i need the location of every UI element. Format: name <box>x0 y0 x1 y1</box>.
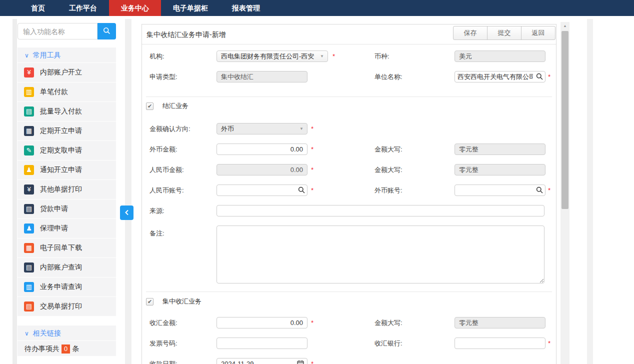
sidebar-item-batch-import-payment[interactable]: ▤批量导入付款 <box>18 102 116 121</box>
sidebar-item-label: 电子回单下载 <box>40 244 82 252</box>
currency-label: 币种: <box>374 50 390 62</box>
sidebar-item-fixed-withdraw-apply[interactable]: ✎定期支取申请 <box>18 141 116 160</box>
invoice-no-label: 发票号码: <box>150 338 178 349</box>
sidebar-item-notice-open-apply[interactable]: ♟通知开立申请 <box>18 160 116 180</box>
document-icon: ▥ <box>24 282 34 292</box>
yen-icon: ¥ <box>24 68 34 78</box>
required-asterisk: * <box>311 358 314 364</box>
rmb-account-input[interactable] <box>216 184 308 196</box>
magnifier-icon[interactable] <box>536 186 543 196</box>
sidebar-item-label: 通知开立申请 <box>40 166 82 174</box>
sidebar-item-fixed-deposit-open[interactable]: ▦定期开立申请 <box>18 122 116 140</box>
sidebar-item-label: 保理申请 <box>40 224 68 233</box>
unit-name-input[interactable] <box>454 71 546 82</box>
back-button[interactable]: 返回 <box>521 26 556 40</box>
collect-amount-input[interactable] <box>216 317 308 328</box>
search-button[interactable] <box>98 23 116 40</box>
rmb-amount-label: 人民币金额: <box>150 164 184 176</box>
sidebar-item-label: 单笔付款 <box>40 88 68 96</box>
app-type-label: 申请类型: <box>150 71 178 82</box>
nav-tab-edoc-cabinet[interactable]: 电子单据柜 <box>161 0 220 16</box>
sidebar-item-label: 贷款申请 <box>40 204 68 214</box>
source-label: 来源: <box>150 205 164 216</box>
org-select-value: 西电集团财务有限责任公司-西安 <box>221 52 314 60</box>
scroll-up-arrow[interactable]: ▲ <box>560 22 570 30</box>
pencil-icon: ✎ <box>24 146 34 156</box>
required-asterisk: * <box>311 123 314 134</box>
sidebar-item-label: 定期开立申请 <box>40 126 82 136</box>
yen-icon: ¥ <box>24 184 34 194</box>
todo-count-row[interactable]: 待办事项共0条 <box>18 341 116 356</box>
list-icon: ▤ <box>24 204 34 214</box>
collect-section-label: 集中收汇业务 <box>162 297 202 306</box>
foreign-amount-words-field <box>454 144 546 155</box>
sidebar-item-ereceipt-download[interactable]: ▦电子回单下载 <box>18 238 116 258</box>
sidebar-section-common-tools[interactable]: ∨常用工具 <box>18 48 116 62</box>
settle-checkbox[interactable]: ✔ <box>146 102 154 110</box>
collect-checkbox[interactable]: ✔ <box>146 298 154 306</box>
nav-tab-report-mgmt[interactable]: 报表管理 <box>220 0 272 16</box>
sidebar-item-label: 内部账户开立 <box>40 68 82 77</box>
magnifier-icon[interactable] <box>298 186 305 196</box>
page-scrollbar-strip[interactable] <box>587 19 593 364</box>
foreign-account-input[interactable] <box>454 184 546 196</box>
sidebar-item-label: 批量导入付款 <box>40 107 82 116</box>
rmb-amount-words-label: 金额大写: <box>374 164 402 176</box>
invoice-no-input[interactable] <box>216 338 308 349</box>
amount-direction-value: 外币 <box>221 125 234 132</box>
sidebar-item-business-apply-query[interactable]: ▥业务申请查询 <box>18 278 116 296</box>
content-scrollbar-thumb[interactable] <box>562 31 568 209</box>
sidebar-item-factoring-apply[interactable]: ♟保理申请 <box>18 219 116 238</box>
sidebar-item-internal-account-query[interactable]: ▤内部账户查询 <box>18 258 116 277</box>
nav-tab-home[interactable]: 首页 <box>19 0 57 16</box>
remark-label: 备注: <box>150 228 164 239</box>
remark-textarea[interactable] <box>216 226 544 284</box>
sidebar-section-related-links[interactable]: ∨相关链接 <box>18 326 116 340</box>
org-select[interactable]: 西电集团财务有限责任公司-西安 ▼ <box>216 50 328 62</box>
top-nav: 首页 工作平台 业务中心 电子单据柜 报表管理 <box>0 0 634 16</box>
collect-date-label: 收款日期: <box>150 358 178 364</box>
collect-date-input[interactable] <box>216 358 308 364</box>
nav-tab-work-platform[interactable]: 工作平台 <box>57 0 109 16</box>
collect-section-row: ✔ 集中收汇业务 <box>146 297 202 306</box>
sidebar-item-label: 其他单据打印 <box>40 185 82 194</box>
calendar-icon[interactable] <box>297 360 304 364</box>
document-icon: ▥ <box>24 87 34 97</box>
foreign-amount-label: 外币金额: <box>150 144 178 155</box>
magnifier-icon[interactable] <box>536 73 543 82</box>
caret-down-icon: ▼ <box>300 127 304 131</box>
sidebar-item-loan-apply[interactable]: ▤贷款申请 <box>18 200 116 218</box>
clipboard-icon: ▦ <box>24 243 34 253</box>
chevron-down-icon: ∨ <box>24 52 29 59</box>
sidebar-item-single-payment[interactable]: ▥单笔付款 <box>18 82 116 102</box>
nav-tab-business-center[interactable]: 业务中心 <box>109 0 161 16</box>
sidebar-item-trade-receipt-print[interactable]: ▤交易单据打印 <box>18 297 116 316</box>
sidebar-item-label: 业务申请查询 <box>40 282 82 292</box>
clipboard-icon: ▦ <box>24 126 34 136</box>
section-title: 相关链接 <box>33 329 61 337</box>
todo-count-badge: 0 <box>62 344 70 354</box>
foreign-account-label: 外币账号: <box>374 184 402 196</box>
app-type-field <box>216 71 308 82</box>
rmb-amount-field <box>216 164 308 176</box>
sidebar-collapse-button[interactable] <box>120 206 134 220</box>
list-icon: ▤ <box>24 302 34 312</box>
sidebar-item-internal-account-open[interactable]: ¥内部账户开立 <box>18 63 116 82</box>
collect-bank-label: 收汇银行: <box>374 338 402 349</box>
save-button[interactable]: 保存 <box>453 26 488 40</box>
collect-amount-words-field <box>454 317 546 328</box>
required-asterisk: * <box>311 144 314 155</box>
required-asterisk: * <box>311 317 314 328</box>
submit-button[interactable]: 提交 <box>487 26 522 40</box>
amount-direction-label: 金额确认方向: <box>150 123 190 134</box>
collect-bank-input[interactable] <box>454 338 546 349</box>
chevron-left-icon <box>124 208 130 218</box>
search-input[interactable] <box>18 23 98 40</box>
caret-down-icon: ▼ <box>320 54 324 58</box>
foreign-amount-input[interactable] <box>216 144 308 155</box>
sidebar-item-other-receipt-print[interactable]: ¥其他单据打印 <box>18 180 116 199</box>
settle-section-row: ✔ 结汇业务 <box>146 102 188 110</box>
settle-section-label: 结汇业务 <box>162 102 188 110</box>
amount-direction-select[interactable]: 外币 ▼ <box>216 123 308 134</box>
source-input[interactable] <box>216 205 544 216</box>
